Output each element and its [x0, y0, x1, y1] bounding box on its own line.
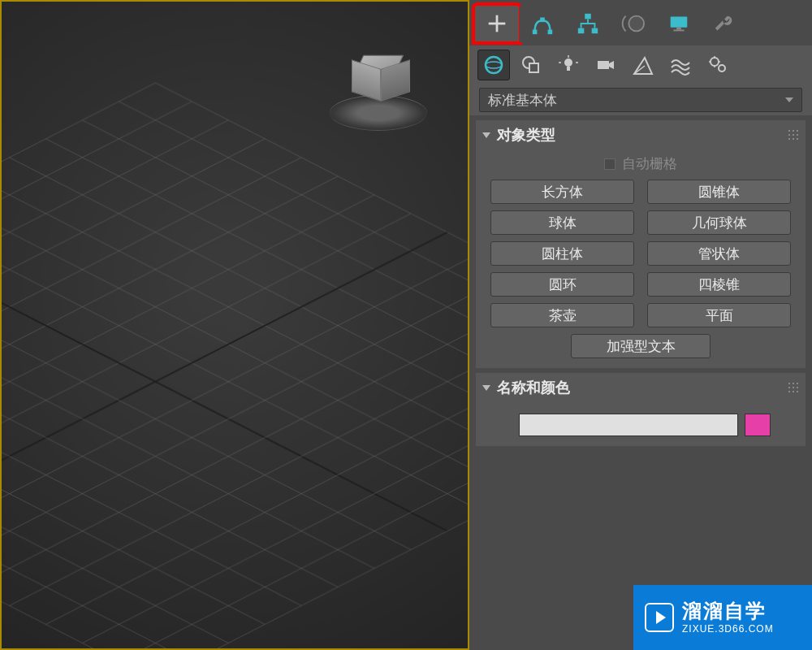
subtab-helpers[interactable] — [627, 50, 659, 80]
svg-rect-6 — [578, 28, 585, 34]
svg-rect-2 — [533, 30, 538, 35]
btn-label: 加强型文本 — [607, 337, 676, 356]
svg-rect-5 — [585, 14, 591, 20]
viewcube[interactable] — [330, 42, 427, 140]
wrench-icon — [712, 11, 736, 36]
svg-rect-4 — [540, 18, 545, 23]
svg-rect-11 — [676, 28, 681, 30]
rollout-header-name-color[interactable]: 名称和颜色 — [476, 373, 806, 402]
viewcube-cube[interactable] — [354, 52, 403, 101]
watermark-url: ZIXUE.3D66.COM — [682, 623, 774, 635]
plus-icon — [485, 11, 509, 36]
watermark-text: 溜溜自学 ZIXUE.3D66.COM — [682, 600, 774, 635]
autogrid-row: 自动栅格 — [490, 153, 791, 180]
motion-icon — [621, 11, 646, 36]
object-category-dropdown[interactable]: 标准基本体 — [479, 88, 802, 112]
spacewarps-icon — [670, 54, 691, 76]
svg-marker-23 — [609, 61, 614, 69]
rollout-grip-icon[interactable] — [788, 383, 799, 393]
subtab-systems[interactable] — [702, 50, 734, 80]
subtab-shapes[interactable] — [515, 50, 547, 80]
rollout-body-name-color — [476, 402, 806, 446]
btn-label: 圆锥体 — [698, 183, 740, 202]
btn-label: 四棱锥 — [698, 275, 740, 294]
helpers-icon — [633, 54, 654, 76]
systems-icon — [707, 54, 728, 76]
tab-modify[interactable] — [520, 5, 565, 42]
rollout-object-type: 对象类型 自动栅格 长方体 圆锥体 球体 几何球体 圆柱体 管状体 圆环 四棱锥 — [476, 120, 806, 368]
svg-rect-18 — [567, 67, 570, 71]
hierarchy-icon — [576, 11, 600, 36]
svg-rect-10 — [671, 17, 688, 28]
tab-display[interactable] — [656, 5, 702, 42]
svg-rect-3 — [548, 30, 553, 35]
btn-label: 圆柱体 — [542, 245, 583, 263]
rollout-grip-icon[interactable] — [788, 130, 799, 141]
svg-point-27 — [719, 65, 725, 72]
watermark: 溜溜自学 ZIXUE.3D66.COM — [633, 585, 812, 650]
collapse-arrow-icon — [482, 132, 490, 138]
play-icon — [645, 603, 674, 632]
svg-point-26 — [710, 58, 719, 66]
svg-rect-22 — [598, 61, 609, 69]
sphere-icon — [483, 54, 504, 76]
subtab-cameras[interactable] — [590, 50, 622, 80]
dropdown-arrow-icon — [785, 98, 793, 102]
svg-point-13 — [486, 57, 502, 73]
btn-teapot[interactable]: 茶壶 — [490, 303, 634, 327]
create-category-strip — [469, 46, 812, 84]
object-type-grid: 长方体 圆锥体 球体 几何球体 圆柱体 管状体 圆环 四棱锥 茶壶 平面 加强型… — [490, 180, 791, 358]
btn-label: 平面 — [706, 306, 733, 325]
svg-point-14 — [486, 62, 502, 68]
tab-create[interactable] — [474, 5, 520, 42]
svg-rect-16 — [529, 63, 538, 72]
btn-pyramid[interactable]: 四棱锥 — [647, 272, 791, 297]
btn-torus[interactable]: 圆环 — [490, 272, 634, 297]
btn-plane[interactable]: 平面 — [647, 303, 791, 327]
collapse-arrow-icon — [482, 385, 490, 391]
btn-geosphere[interactable]: 几何球体 — [647, 210, 791, 235]
btn-cylinder[interactable]: 圆柱体 — [490, 241, 634, 266]
rollout-title: 名称和颜色 — [497, 378, 570, 397]
autogrid-checkbox[interactable] — [604, 158, 615, 170]
object-name-input[interactable] — [519, 414, 738, 436]
watermark-title: 溜溜自学 — [682, 600, 774, 623]
subtab-geometry[interactable] — [477, 50, 510, 80]
btn-label: 几何球体 — [692, 214, 747, 232]
tab-hierarchy[interactable] — [565, 5, 611, 42]
btn-label: 球体 — [549, 214, 577, 232]
tab-motion[interactable] — [611, 5, 656, 42]
subtab-spacewarps[interactable] — [664, 50, 697, 80]
shapes-icon — [520, 54, 542, 76]
camera-icon — [595, 54, 616, 76]
light-icon — [558, 54, 579, 76]
dropdown-label: 标准基本体 — [488, 91, 557, 110]
object-color-swatch[interactable] — [745, 414, 771, 436]
btn-label: 圆环 — [549, 275, 577, 294]
svg-rect-7 — [592, 28, 598, 34]
btn-sphere[interactable]: 球体 — [490, 210, 634, 235]
display-icon — [667, 11, 691, 36]
tab-utilities[interactable] — [702, 5, 747, 42]
btn-textplus[interactable]: 加强型文本 — [571, 334, 710, 358]
modify-icon — [530, 11, 555, 36]
object-category-row: 标准基本体 — [469, 84, 812, 115]
svg-rect-12 — [673, 30, 684, 32]
command-panel: 标准基本体 对象类型 自动栅格 长方体 圆锥体 球体 几何球体 — [468, 0, 812, 650]
btn-label: 长方体 — [542, 183, 583, 202]
rollout-title: 对象类型 — [497, 125, 555, 145]
btn-label: 管状体 — [698, 245, 740, 263]
autogrid-label: 自动栅格 — [622, 154, 677, 173]
rollout-header-object-type[interactable]: 对象类型 — [476, 120, 806, 150]
rollout-name-color: 名称和颜色 — [476, 373, 806, 446]
viewport[interactable] — [0, 0, 468, 650]
main-tab-strip — [469, 0, 812, 46]
svg-point-17 — [564, 58, 572, 67]
btn-cone[interactable]: 圆锥体 — [647, 180, 791, 204]
subtab-lights[interactable] — [552, 50, 585, 80]
btn-tube[interactable]: 管状体 — [647, 241, 791, 266]
btn-box[interactable]: 长方体 — [490, 180, 634, 204]
rollout-body-object-type: 自动栅格 长方体 圆锥体 球体 几何球体 圆柱体 管状体 圆环 四棱锥 茶壶 平… — [476, 150, 806, 368]
btn-label: 茶壶 — [549, 306, 577, 325]
